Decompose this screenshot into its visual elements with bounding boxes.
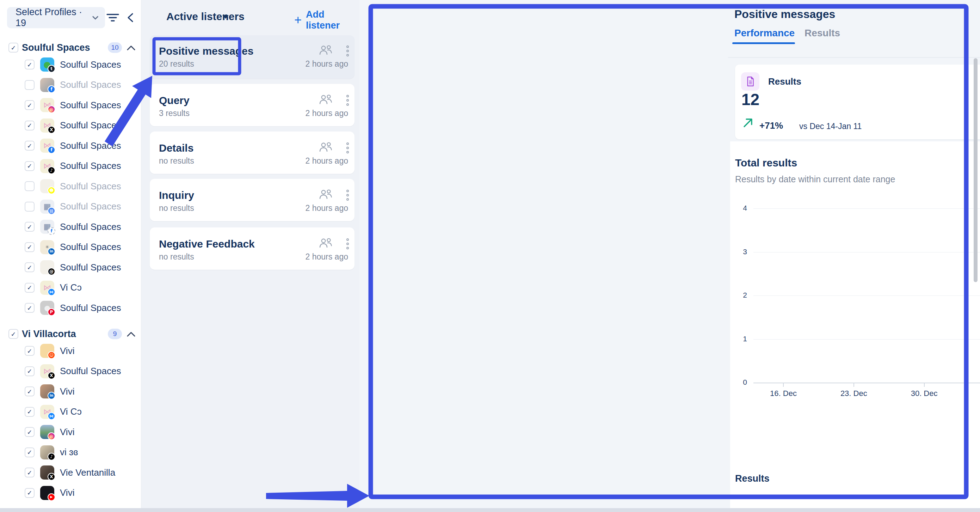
vertical-scrollbar[interactable] bbox=[974, 58, 978, 282]
profile-avatar: X bbox=[40, 466, 54, 480]
listener-card-timestamp: 2 hours ago bbox=[305, 108, 348, 118]
results-value: 12 bbox=[741, 90, 759, 109]
gridline bbox=[753, 208, 980, 209]
listener-card-title: Positive messages bbox=[159, 45, 254, 57]
audience-icon[interactable] bbox=[318, 94, 332, 105]
profile-checkbox[interactable]: ✓ bbox=[25, 60, 35, 69]
audience-icon[interactable] bbox=[318, 141, 332, 153]
profile-row[interactable]: ✓✳inSoulful Spaces bbox=[0, 237, 141, 257]
profile-checkbox[interactable]: ✓ bbox=[25, 141, 35, 151]
profile-label: Vie Ventanilla bbox=[60, 467, 115, 478]
profile-row[interactable]: ✓XVie Ventanilla bbox=[0, 463, 141, 482]
profile-checkbox[interactable]: ✓ bbox=[25, 283, 35, 293]
group-checkbox[interactable]: ✓ bbox=[8, 329, 18, 339]
profile-checkbox[interactable] bbox=[25, 202, 35, 212]
profile-checkbox[interactable]: ✓ bbox=[25, 346, 35, 356]
listener-card-results: 3 results bbox=[159, 108, 189, 118]
app: Select Profiles · 19 ✓Soulful Spaces10✓●… bbox=[0, 0, 980, 512]
profile-row[interactable]: ✓⋈XSoulful Spaces bbox=[0, 361, 141, 381]
profile-row[interactable]: ✓⋈⋈Vi Ϲɔ bbox=[0, 278, 141, 298]
profile-checkbox[interactable]: ✓ bbox=[25, 121, 35, 131]
y-axis-label: 3 bbox=[729, 247, 747, 256]
tab-results[interactable]: Results bbox=[805, 27, 840, 39]
listener-card[interactable]: Inquiryno results2 hours ago bbox=[150, 179, 355, 221]
bluesky-icon: ⋈ bbox=[48, 288, 55, 296]
profile-row[interactable]: ✓◎Vivi bbox=[0, 422, 141, 442]
profile-row[interactable]: ✓⋈XSoulful Spaces bbox=[0, 116, 141, 136]
profile-row[interactable]: ✓▦fSoulful Spaces bbox=[0, 217, 141, 237]
profile-label: Vivi bbox=[60, 386, 74, 397]
audience-icon[interactable] bbox=[318, 189, 332, 200]
profile-avatar: ●t bbox=[40, 57, 54, 72]
profile-row[interactable]: ✓⋈fSoulful Spaces bbox=[0, 136, 141, 156]
profile-row[interactable]: ✓☺Vivi bbox=[0, 341, 141, 361]
chevron-up-icon[interactable] bbox=[127, 45, 135, 50]
profile-checkbox[interactable]: ✓ bbox=[25, 161, 35, 171]
chevron-up-icon[interactable] bbox=[127, 332, 135, 337]
audience-icon[interactable] bbox=[318, 45, 332, 56]
listener-card-menu-icon[interactable] bbox=[347, 45, 349, 57]
profile-selector-label: Select Profiles · 19 bbox=[16, 7, 92, 29]
group-checkbox[interactable]: ✓ bbox=[8, 43, 18, 53]
listeners-header-caret-icon[interactable] bbox=[222, 14, 229, 20]
profile-avatar: ☻ bbox=[40, 179, 54, 193]
profile-label: Soulful Spaces bbox=[60, 201, 121, 212]
profile-row[interactable]: fSoulful Spaces bbox=[0, 75, 141, 95]
audience-icon[interactable] bbox=[318, 237, 332, 249]
profile-label: Soulful Spaces bbox=[60, 242, 121, 252]
profile-checkbox[interactable]: ✓ bbox=[25, 407, 35, 417]
listener-card-menu-icon[interactable] bbox=[347, 141, 349, 154]
profile-checkbox[interactable]: ✓ bbox=[25, 386, 35, 396]
profile-avatar: ⋈♪ bbox=[40, 159, 54, 173]
profile-checkbox[interactable]: ✓ bbox=[25, 100, 35, 110]
profile-row[interactable]: ✓▶Vivi bbox=[0, 483, 141, 503]
profile-row[interactable]: ▦▤Soulful Spaces bbox=[0, 197, 141, 217]
profile-row[interactable]: ✓inVivi bbox=[0, 381, 141, 401]
listener-card[interactable]: Detailsno results2 hours ago bbox=[150, 132, 355, 174]
listener-card[interactable]: Positive messages20 results2 hours ago bbox=[150, 35, 355, 79]
profile-checkbox[interactable]: ✓ bbox=[25, 447, 35, 457]
profile-checkbox[interactable]: ✓ bbox=[25, 303, 35, 313]
profile-row[interactable]: ✓⋈⋈Vi Ϲɔ bbox=[0, 402, 141, 422]
tiktok-icon: ♪ bbox=[48, 453, 55, 461]
profile-checkbox[interactable]: ✓ bbox=[25, 242, 35, 252]
profile-row[interactable]: ✓@Soulful Spaces bbox=[0, 257, 141, 277]
chart-subtitle: Results by date within current date rang… bbox=[735, 174, 895, 184]
profile-checkbox[interactable]: ✓ bbox=[25, 427, 35, 437]
gridline bbox=[753, 252, 980, 252]
tumblr-icon: t bbox=[48, 65, 55, 73]
group-name: Soulful Spaces bbox=[22, 42, 90, 53]
profile-row[interactable]: ✓⋈◎Soulful Spaces bbox=[0, 95, 141, 115]
profile-avatar: ▶ bbox=[40, 486, 54, 500]
add-listener-button[interactable]: + Add listener bbox=[294, 9, 360, 31]
profile-checkbox[interactable]: ✓ bbox=[25, 488, 35, 498]
x-axis-label: 23. Dec bbox=[829, 389, 878, 398]
profile-avatar: ⋈X bbox=[40, 118, 54, 132]
profile-checkbox[interactable]: ✓ bbox=[25, 222, 35, 232]
collapse-sidebar-icon[interactable] bbox=[123, 10, 138, 26]
listener-card-menu-icon[interactable] bbox=[347, 94, 349, 107]
profile-row[interactable]: ✓⋈♪Soulful Spaces bbox=[0, 156, 141, 176]
listener-card-menu-icon[interactable] bbox=[347, 189, 349, 201]
linkedin-icon: in bbox=[48, 247, 55, 255]
profile-selector-dropdown[interactable]: Select Profiles · 19 bbox=[7, 7, 105, 28]
results-delta: +71% bbox=[759, 120, 783, 131]
profile-checkbox[interactable] bbox=[25, 181, 35, 191]
listener-card-menu-icon[interactable] bbox=[347, 237, 349, 250]
profile-checkbox[interactable]: ✓ bbox=[25, 467, 35, 477]
listener-card[interactable]: Negative Feedbackno results2 hours ago bbox=[150, 227, 355, 270]
chart-title: Total results bbox=[735, 157, 797, 169]
profile-avatar: ⋈⋈ bbox=[40, 281, 54, 295]
profile-row[interactable]: ☻Soulful Spaces bbox=[0, 176, 141, 196]
filter-icon[interactable] bbox=[105, 10, 121, 26]
listener-card[interactable]: Query3 results2 hours ago bbox=[150, 84, 355, 126]
youtube-icon: ▶ bbox=[48, 493, 55, 501]
profile-row[interactable]: ✓●tSoulful Spaces bbox=[0, 55, 141, 74]
profile-row[interactable]: ✓●PSoulful Spaces bbox=[0, 298, 141, 318]
x-axis-label: 30. Dec bbox=[900, 389, 949, 398]
profile-checkbox[interactable]: ✓ bbox=[25, 366, 35, 376]
profile-row[interactable]: ✓♪vi ɜɞ bbox=[0, 443, 141, 462]
tab-performance[interactable]: Performance bbox=[734, 27, 795, 39]
profile-checkbox[interactable] bbox=[25, 80, 35, 90]
profile-checkbox[interactable]: ✓ bbox=[25, 262, 35, 272]
